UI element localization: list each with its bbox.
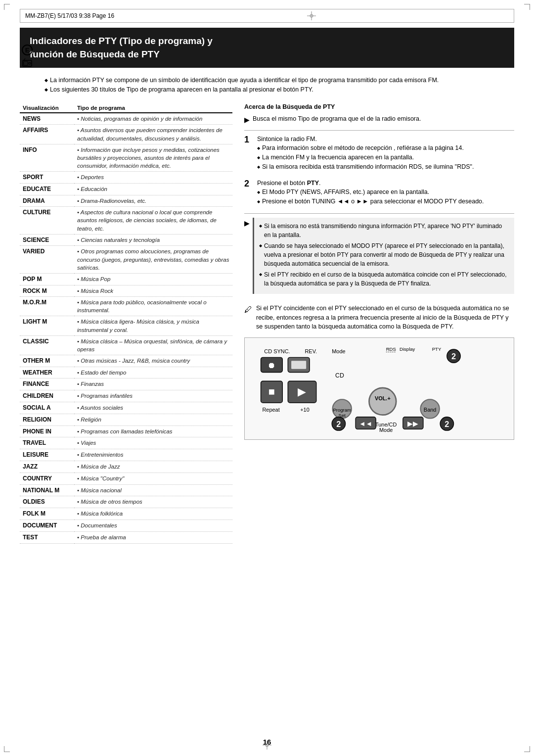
radio-icon	[22, 57, 33, 71]
table-cell-desc: • Información que incluye pesos y medida…	[74, 144, 232, 171]
note-bullet-1: Si la emisora no está transmitiendo ning…	[259, 222, 509, 239]
svg-text:Mode: Mode	[332, 348, 345, 354]
table-cell-name: AFFAIRS	[20, 125, 74, 144]
table-cell-desc: • Otras músicas - Jazz, R&B, música coun…	[74, 355, 232, 367]
svg-text:2: 2	[451, 352, 456, 361]
table-cell-name: TRAVEL	[20, 437, 74, 449]
search-arrow-item: ▶ Busca el mismo Tipo de programa que el…	[244, 114, 514, 125]
step-2-bullet-1: El Modo PTY (NEWS, AFFAIRS, etc.) aparec…	[257, 188, 514, 197]
table-cell-desc: • Música para todo público, ocasionalmen…	[74, 297, 232, 316]
table-cell-name: OTHER M	[20, 355, 74, 367]
table-cell-desc: • Música nacional	[74, 484, 232, 496]
step-1-bullet-2: La mención FM y la frecuencia aparecen e…	[257, 153, 514, 162]
table-cell-name: LEISURE	[20, 449, 74, 461]
table-cell-name: LIGHT M	[20, 316, 74, 335]
svg-text:2: 2	[336, 420, 341, 428]
step-2-content: Presione el botón PTY. El Modo PTY (NEWS…	[257, 179, 514, 206]
table-cell-desc: • Programas infantiles	[74, 390, 232, 402]
corner-mark-tr	[524, 4, 530, 10]
table-cell-name: FINANCE	[20, 378, 74, 390]
table-cell-name: CLASSIC	[20, 335, 74, 355]
table-cell-desc: • Estado del tiempo	[74, 367, 232, 378]
table-cell-name: CHILDREN	[20, 390, 74, 402]
svg-text:Display: Display	[400, 346, 415, 352]
table-cell-desc: • Música "Country"	[74, 472, 232, 484]
table-cell-name: SPORT	[20, 171, 74, 183]
step-1-main: Sintonice la radio FM.	[257, 135, 514, 144]
svg-text:■: ■	[268, 385, 275, 398]
tape-icon: 🖊	[244, 304, 252, 331]
table-row: ROCK M• Música Rock	[20, 285, 232, 297]
table-row: PHONE IN• Programas con llamadas telefón…	[20, 425, 232, 437]
table-cell-desc: • Aspectos de cultura nacional o local q…	[74, 207, 232, 234]
table-row: FINANCE• Finanzas	[20, 378, 232, 390]
svg-text:REV.: REV.	[305, 348, 317, 354]
svg-text:+10: +10	[300, 407, 310, 413]
table-cell-name: PHONE IN	[20, 425, 74, 437]
table-row: AFFAIRS• Asuntos diversos que pueden com…	[20, 125, 232, 144]
svg-text:◄◄: ◄◄	[359, 420, 372, 427]
table-row: RELIGION• Religión	[20, 414, 232, 425]
table-row: SPORT• Deportes	[20, 171, 232, 183]
note-tape-item: 🖊 Si el PTY coincidente con el PTY selec…	[244, 304, 514, 331]
note-bullet-3: Si el PTY recibido en el curso de la bús…	[259, 270, 509, 288]
intro-text: La información PTY se compone de un símb…	[44, 76, 514, 94]
col-header-display: Visualización	[20, 103, 74, 113]
svg-text:Mode: Mode	[379, 427, 393, 432]
table-row: EDUCATE• Educación	[20, 183, 232, 195]
table-cell-name: VARIED	[20, 246, 74, 273]
page-title-box: Indicadores de PTY (Tipo de programa) y …	[20, 28, 514, 68]
table-row: VARIED• Otros programas como alocuciones…	[20, 246, 232, 273]
table-cell-name: COUNTRY	[20, 472, 74, 484]
step-2-main: Presione el botón PTY.	[257, 179, 514, 188]
table-cell-desc: • Música clásica ligera- Música clásica,…	[74, 316, 232, 335]
table-row: LEISURE• Entretenimientos	[20, 449, 232, 461]
table-cell-desc: • Entretenimientos	[74, 449, 232, 461]
table-row: FOLK M• Música folklórica	[20, 508, 232, 520]
table-cell-name: DRAMA	[20, 195, 74, 207]
table-cell-desc: • Programas con llamadas telefónicas	[74, 425, 232, 437]
table-cell-desc: • Música folklórica	[74, 508, 232, 520]
svg-rect-19	[291, 361, 306, 369]
svg-text:PTY: PTY	[432, 346, 442, 352]
svg-point-5	[29, 62, 31, 64]
table-row: CLASSIC• Música clásica – Música orquest…	[20, 335, 232, 355]
arrow-icon: ▶	[244, 115, 250, 125]
table-row: TRAVEL• Viajes	[20, 437, 232, 449]
bottom-crosshair	[263, 741, 271, 751]
right-instructions: Acerca de la Búsqueda de PTY ▶ Busca el …	[244, 103, 514, 544]
table-cell-desc: • Educación	[74, 183, 232, 195]
table-cell-name: DOCUMENT	[20, 520, 74, 532]
table-row: OLDIES• Música de otros tiempos	[20, 496, 232, 508]
table-cell-name: JAZZ	[20, 461, 74, 473]
divider-1	[244, 130, 514, 131]
intro-bullet-2: Los siguientes 30 títulos de Tipo de pro…	[44, 85, 514, 94]
pty-table: Visualización Tipo de programa NEWS• Not…	[20, 103, 232, 544]
table-cell-name: M.O.R.M	[20, 297, 74, 316]
note-bullet-2: Cuando se haya seleccionado el MODO PTY …	[259, 241, 509, 268]
table-row: INFO• Información que incluye pesos y me…	[20, 144, 232, 171]
table-cell-desc: • Música de otros tiempos	[74, 496, 232, 508]
col-header-type: Tipo de programa	[74, 103, 232, 113]
step-1: 1 Sintonice la radio FM. Para informació…	[244, 135, 514, 172]
table-cell-desc: • Música clásica – Música orquestal, sin…	[74, 335, 232, 355]
table-row: WEATHER• Estado del tiempo	[20, 367, 232, 378]
table-row: DOCUMENT• Documentales	[20, 520, 232, 532]
table-row: LIGHT M• Música clásica ligera- Música c…	[20, 316, 232, 335]
svg-point-30	[369, 388, 396, 415]
table-cell-name: FOLK M	[20, 508, 74, 520]
table-cell-name: WEATHER	[20, 367, 74, 378]
table-cell-name: RELIGION	[20, 414, 74, 425]
table-cell-desc: • Música Rock	[74, 285, 232, 297]
svg-text:Program: Program	[333, 407, 351, 413]
table-row: CULTURE• Aspectos de cultura nacional o …	[20, 207, 232, 234]
table-row: M.O.R.M• Música para todo público, ocasi…	[20, 297, 232, 316]
svg-text:⏺: ⏺	[267, 361, 275, 370]
svg-text:RDS: RDS	[386, 346, 396, 352]
svg-text:CD SYNC.: CD SYNC.	[264, 348, 290, 354]
table-row: COUNTRY• Música "Country"	[20, 472, 232, 484]
table-cell-name: SCIENCE	[20, 234, 74, 246]
table-cell-name: CULTURE	[20, 207, 74, 234]
svg-text:▶▶: ▶▶	[407, 420, 418, 427]
svg-text:2: 2	[445, 420, 449, 428]
